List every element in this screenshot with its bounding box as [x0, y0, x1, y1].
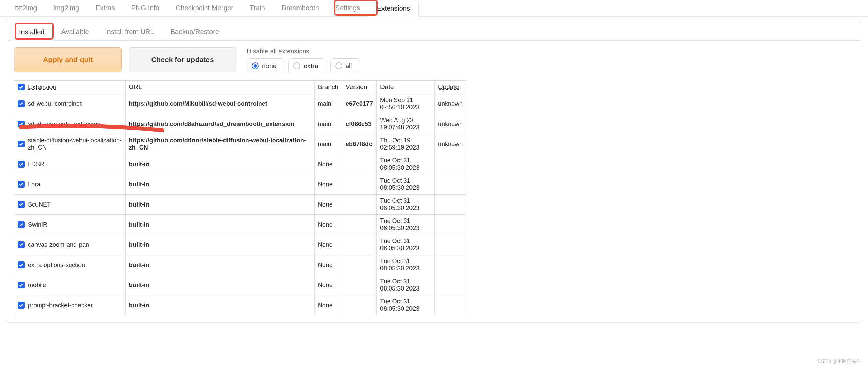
cell-update: unknown [434, 94, 466, 114]
extension-checkbox[interactable] [18, 221, 25, 228]
cell-extension: canvas-zoom-and-pan [14, 235, 126, 255]
main-tab-checkpoint-merger[interactable]: Checkpoint Merger [168, 0, 242, 16]
col-update[interactable]: Update [434, 81, 466, 94]
col-version: Version [342, 81, 377, 94]
cell-url: built-in [125, 275, 314, 295]
radio-label: all [346, 62, 352, 70]
cell-update: unknown [434, 134, 466, 154]
main-tab-extras[interactable]: Extras [87, 0, 123, 16]
table-row: sd_dreambooth_extensionhttps://github.co… [14, 114, 466, 134]
extension-checkbox[interactable] [18, 181, 25, 188]
radio-label: extra [304, 62, 318, 70]
extension-name: sd-webui-controlnet [28, 100, 82, 108]
cell-url: https://github.com/Mikubill/sd-webui-con… [125, 94, 314, 114]
table-row: canvas-zoom-and-panbuilt-inNoneTue Oct 3… [14, 235, 466, 255]
col-extension-label: Extension [28, 83, 56, 91]
cell-update [434, 195, 466, 215]
cell-url: built-in [125, 195, 314, 215]
cell-date: Wed Aug 23 19:07:48 2023 [377, 114, 435, 134]
extension-checkbox[interactable] [18, 302, 25, 309]
cell-extension: prompt-bracket-checker [14, 295, 126, 315]
cell-update: unknown [434, 114, 466, 134]
radio-dot-icon [252, 62, 259, 69]
table-header-row: Extension URL Branch Version Date Update [14, 81, 466, 94]
main-tab-train[interactable]: Train [242, 0, 273, 16]
col-branch: Branch [314, 81, 342, 94]
col-date: Date [377, 81, 435, 94]
radio-dot-icon [293, 62, 300, 69]
cell-extension: sd_dreambooth_extension [14, 114, 126, 134]
sub-tab-installed[interactable]: Installed [11, 24, 53, 41]
cell-url: built-in [125, 295, 314, 315]
cell-update [434, 235, 466, 255]
sub-tab-available[interactable]: Available [53, 24, 97, 40]
main-tab-settings[interactable]: Settings [327, 0, 368, 16]
cell-version: cf086c53 [342, 114, 377, 134]
extension-checkbox[interactable] [18, 241, 25, 248]
cell-branch: None [314, 174, 342, 195]
extension-checkbox[interactable] [18, 261, 25, 268]
cell-date: Tue Oct 31 08:05:30 2023 [377, 195, 435, 215]
cell-version [342, 215, 377, 235]
check-for-updates-button[interactable]: Check for updates [129, 47, 236, 72]
cell-date: Tue Oct 31 08:05:30 2023 [377, 174, 435, 195]
cell-version [342, 275, 377, 295]
cell-date: Tue Oct 31 08:05:30 2023 [377, 235, 435, 255]
cell-date: Mon Sep 11 07:56:10 2023 [377, 94, 435, 114]
main-tabs: txt2imgimg2imgExtrasPNG InfoCheckpoint M… [0, 0, 868, 17]
cell-update [434, 295, 466, 315]
extension-checkbox[interactable] [18, 141, 25, 147]
disable-all-label: Disable all extensions [247, 47, 360, 55]
extension-name: extra-options-section [28, 261, 85, 269]
cell-version [342, 174, 377, 195]
main-tab-extensions[interactable]: Extensions [368, 0, 419, 17]
select-all-checkbox[interactable] [18, 84, 25, 90]
extension-checkbox[interactable] [18, 121, 25, 127]
extension-name: canvas-zoom-and-pan [28, 241, 89, 249]
radio-label: none [262, 62, 276, 70]
cell-url: built-in [125, 154, 314, 174]
action-row: Apply and quit Check for updates Disable… [7, 41, 861, 80]
col-extension[interactable]: Extension [14, 81, 126, 94]
cell-date: Tue Oct 31 08:05:30 2023 [377, 154, 435, 174]
table-row: mobilebuilt-inNoneTue Oct 31 08:05:30 20… [14, 275, 466, 295]
cell-update [434, 174, 466, 195]
disable-radio-row: noneextraall [247, 58, 360, 73]
extension-name: prompt-bracket-checker [28, 302, 93, 309]
disable-radio-extra[interactable]: extra [288, 58, 326, 73]
cell-date: Tue Oct 31 08:05:30 2023 [377, 275, 435, 295]
cell-update [434, 255, 466, 275]
cell-url: built-in [125, 174, 314, 195]
cell-extension: sd-webui-controlnet [14, 94, 126, 114]
sub-tab-install-from-url[interactable]: Install from URL [97, 24, 162, 40]
main-tab-txt2img[interactable]: txt2img [7, 0, 45, 16]
cell-extension: mobile [14, 275, 126, 295]
main-tab-png-info[interactable]: PNG Info [123, 0, 168, 16]
sub-tab-backup/restore[interactable]: Backup/Restore [162, 24, 227, 40]
cell-update [434, 215, 466, 235]
table-row: ScuNETbuilt-inNoneTue Oct 31 08:05:30 20… [14, 195, 466, 215]
extension-checkbox[interactable] [18, 161, 25, 168]
main-tab-img2img[interactable]: img2img [45, 0, 87, 16]
cell-version: eb67f8dc [342, 134, 377, 154]
apply-and-quit-button[interactable]: Apply and quit [14, 47, 122, 72]
cell-url: built-in [125, 235, 314, 255]
cell-url: built-in [125, 215, 314, 235]
cell-date: Tue Oct 31 08:05:30 2023 [377, 295, 435, 315]
main-tab-dreambooth[interactable]: Dreambooth [273, 0, 327, 16]
table-row: Lorabuilt-inNoneTue Oct 31 08:05:30 2023 [14, 174, 466, 195]
cell-branch: main [314, 114, 342, 134]
extension-checkbox[interactable] [18, 100, 25, 107]
extension-name: Lora [28, 181, 40, 188]
cell-update [434, 275, 466, 295]
cell-version [342, 255, 377, 275]
disable-radio-all[interactable]: all [330, 58, 360, 73]
cell-extension: extra-options-section [14, 255, 126, 275]
extension-checkbox[interactable] [18, 201, 25, 208]
extension-checkbox[interactable] [18, 282, 25, 288]
cell-branch: None [314, 275, 342, 295]
extension-name: mobile [28, 282, 46, 289]
col-url: URL [125, 81, 314, 94]
disable-radio-none[interactable]: none [247, 58, 284, 73]
content-panel: InstalledAvailableInstall from URLBackup… [7, 20, 861, 323]
